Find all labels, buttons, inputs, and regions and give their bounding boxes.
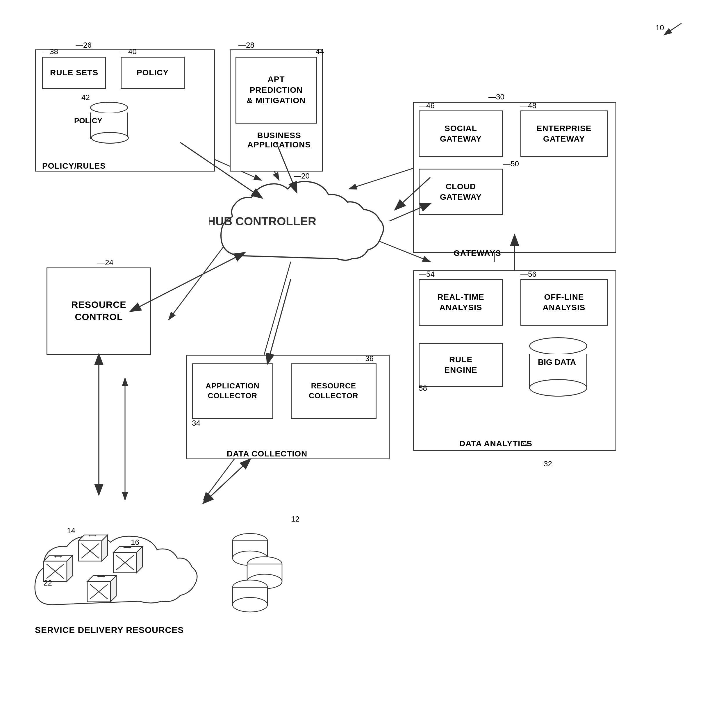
offline-analysis-box: OFF-LINE ANALYSIS	[520, 279, 608, 326]
data-collection-label: DATA COLLECTION	[227, 449, 307, 458]
ref-50: —50	[503, 159, 519, 168]
ref-58: 58	[419, 384, 427, 393]
ref-24: —24	[97, 258, 113, 267]
resource-collector-box: RESOURCE COLLECTOR	[291, 363, 377, 419]
app-collector-box: APPLICATION COLLECTOR	[192, 363, 273, 419]
ref-34: 34	[192, 419, 200, 428]
ref-36: —36	[357, 354, 374, 363]
realtime-analysis-box: REAL-TIME ANALYSIS	[419, 279, 503, 326]
ref10-arrow	[655, 18, 690, 41]
policy-rules-label: POLICY/RULES	[42, 161, 106, 171]
business-apps-label: BUSINESS APPLICATIONS	[233, 131, 326, 150]
svg-line-11	[664, 23, 682, 35]
policy-db-cylinder: POLICY 42	[90, 102, 128, 139]
database-stack-svg	[227, 523, 300, 625]
ref-26: —26	[76, 41, 92, 50]
ref-38: —38	[42, 47, 58, 56]
hub-controller-svg: HUB CONTROLLER	[209, 169, 395, 279]
diagram: 10 RULE SETS —38 POLICY —40 POLICY 42 PO…	[0, 0, 728, 712]
svg-text:HUB CONTROLLER: HUB CONTROLLER	[209, 215, 316, 228]
gateways-label: GATEWAYS	[454, 249, 501, 258]
ref-48: —48	[520, 101, 537, 110]
network-device-2-svg	[76, 532, 110, 570]
ref-30: —30	[488, 92, 504, 101]
rule-sets-box: RULE SETS	[42, 57, 106, 89]
network-device-4-svg	[84, 573, 119, 611]
hub-controller-cloud: HUB CONTROLLER —20	[209, 169, 395, 279]
policy-box: POLICY	[121, 57, 185, 89]
ref-56: —56	[520, 270, 537, 279]
resource-control-box: RESOURCE CONTROL	[46, 267, 151, 355]
ref-52: 52	[520, 439, 529, 448]
database-stack: 12	[227, 523, 300, 626]
ref-32: 32	[544, 459, 552, 468]
svg-point-55	[233, 598, 267, 612]
ref-46: —46	[419, 101, 434, 110]
ref-28: —28	[239, 41, 254, 50]
big-data-cylinder: BIG DATA	[529, 337, 587, 389]
apt-box: APT PREDICTION & MITIGATION	[236, 57, 317, 123]
service-delivery-label: SERVICE DELIVERY RESOURCES	[35, 625, 184, 635]
cloud-gateway-box: CLOUD GATEWAY	[419, 169, 503, 215]
enterprise-gateway-box: ENTERPRISE GATEWAY	[520, 110, 608, 157]
ref-40: —40	[121, 47, 136, 56]
ref-54: —54	[419, 270, 434, 279]
ref-44: —44	[308, 47, 324, 56]
rule-engine-box: RULE ENGINE	[419, 343, 503, 387]
social-gateway-box: SOCIAL GATEWAY	[419, 110, 503, 157]
